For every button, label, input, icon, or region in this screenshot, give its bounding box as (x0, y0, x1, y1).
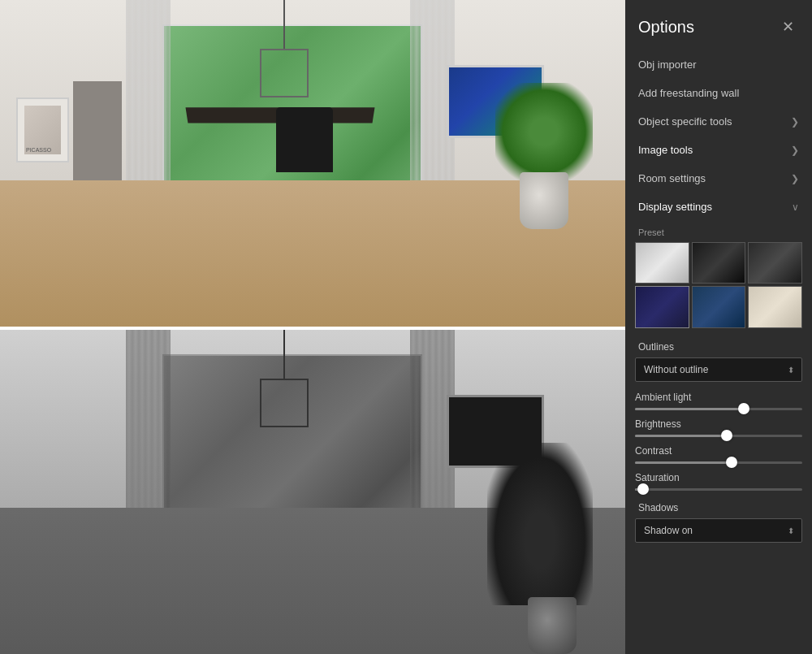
preset-thumb-2[interactable] (692, 242, 746, 284)
preset-thumb-6[interactable] (748, 286, 802, 327)
shadows-label: Shadows (635, 499, 802, 518)
brightness-fill (635, 435, 727, 437)
saturation-track (635, 488, 802, 491)
chevron-right-icon: ❯ (791, 116, 799, 128)
preset-label: Preset (635, 221, 802, 242)
chevron-right-icon: ❯ (791, 145, 799, 156)
saturation-section: Saturation (635, 472, 802, 491)
sidebar-item-room-settings[interactable]: Room settings ❯ (625, 164, 812, 193)
shadows-select-wrapper: Shadow on Shadow off ⬍ (635, 518, 802, 543)
sidebar: Options ✕ Obj importer Add freestanding … (625, 0, 812, 654)
sidebar-item-add-wall[interactable]: Add freestanding wall (625, 79, 812, 107)
saturation-label: Saturation (635, 472, 802, 483)
preset-thumb-1[interactable] (635, 242, 689, 284)
display-settings-panel: Preset Outlines Without outline With out… (625, 221, 812, 562)
sidebar-item-object-tools[interactable]: Object specific tools ❯ (625, 107, 812, 136)
sidebar-header: Options ✕ (625, 0, 812, 50)
brightness-section: Brightness (635, 418, 802, 437)
contrast-thumb[interactable] (726, 457, 737, 468)
brightness-track (635, 435, 802, 437)
ambient-light-label: Ambient light (635, 392, 802, 403)
contrast-fill (635, 461, 732, 464)
shadows-select[interactable]: Shadow on Shadow off (635, 518, 802, 543)
contrast-track (635, 461, 802, 464)
chevron-right-icon: ❯ (791, 173, 799, 184)
preset-thumb-5[interactable] (692, 286, 746, 327)
close-button[interactable]: ✕ (777, 16, 799, 37)
ambient-light-section: Ambient light (635, 392, 802, 410)
sidebar-title: Options (638, 18, 694, 37)
chevron-down-icon: ∨ (792, 201, 799, 213)
sidebar-item-display-settings[interactable]: Display settings ∨ (625, 193, 812, 221)
contrast-section: Contrast (635, 445, 802, 464)
brightness-label: Brightness (635, 418, 802, 430)
preset-thumb-3[interactable] (748, 242, 802, 284)
canvas-area: PICASSO (0, 0, 625, 654)
scene-top: PICASSO (0, 0, 625, 327)
scene-bottom (0, 327, 625, 654)
outlines-select[interactable]: Without outline With outline (635, 357, 802, 382)
pendant-light-bot (252, 330, 317, 492)
preset-grid (635, 242, 802, 328)
ambient-light-track (635, 408, 802, 410)
saturation-thumb[interactable] (637, 483, 649, 495)
ambient-light-fill (635, 408, 744, 410)
preset-thumb-4[interactable] (635, 286, 689, 327)
contrast-label: Contrast (635, 445, 802, 457)
pendant-light-top (252, 0, 317, 162)
sidebar-item-image-tools[interactable]: Image tools ❯ (625, 136, 812, 164)
outlines-label: Outlines (635, 338, 802, 357)
outlines-select-wrapper: Without outline With outline ⬍ (635, 357, 802, 382)
ambient-light-thumb[interactable] (738, 403, 749, 414)
brightness-thumb[interactable] (721, 430, 732, 441)
sidebar-item-obj-importer[interactable]: Obj importer (625, 50, 812, 79)
